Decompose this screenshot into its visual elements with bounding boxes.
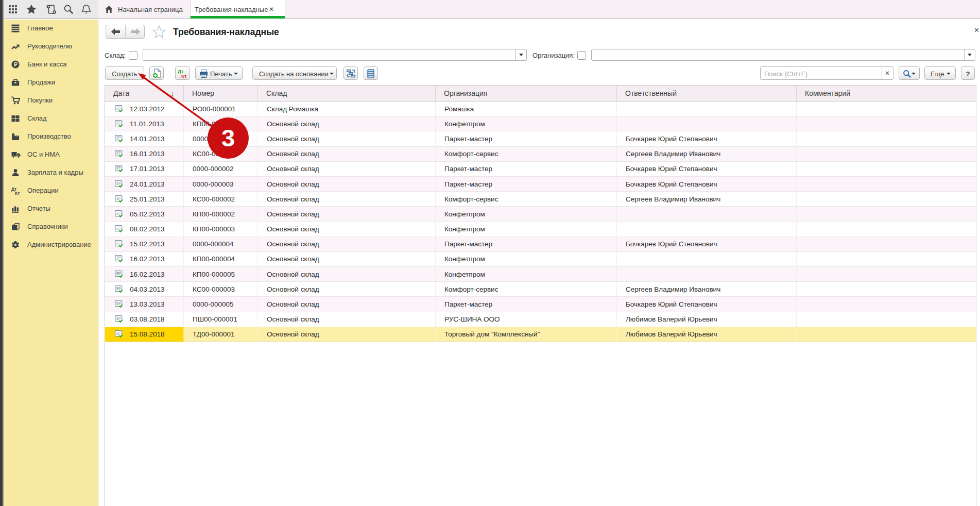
svg-text:Кт: Кт (15, 190, 20, 195)
